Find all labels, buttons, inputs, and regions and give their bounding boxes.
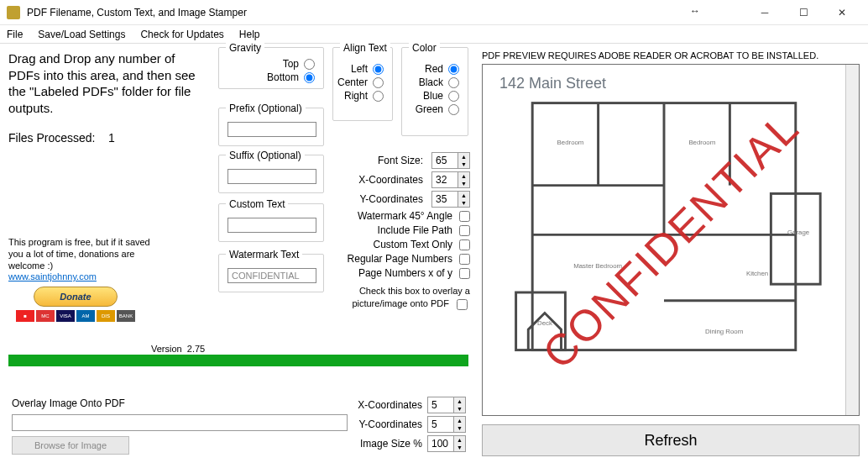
donate-block: Donate ■ MC VISA AM DIS BANK: [8, 287, 143, 322]
align-right[interactable]: Right: [342, 90, 384, 102]
menu-file[interactable]: File: [7, 29, 23, 40]
watermark-group: Watermark Text: [218, 254, 324, 292]
preview-note: PDF PREVIEW REQUIRES ADOBE READER OR ACR…: [482, 50, 860, 61]
align-left[interactable]: Left: [342, 63, 384, 75]
browse-image-button[interactable]: Browse for Image: [12, 436, 129, 455]
svg-text:Kitchen: Kitchen: [746, 270, 768, 277]
overlay-y-spin[interactable]: ▲▼: [427, 416, 466, 433]
app-icon: [7, 6, 20, 19]
menu-updates[interactable]: Check for Updates: [140, 29, 223, 40]
overlay-image-path[interactable]: [12, 414, 348, 431]
progress-bar: [8, 355, 468, 366]
color-group: Color Red Black Blue Green: [401, 47, 468, 136]
gravity-top[interactable]: Top: [227, 58, 315, 70]
menu-help[interactable]: Help: [239, 29, 260, 40]
version-label: Version 2.75: [151, 344, 205, 354]
align-center[interactable]: Center: [342, 76, 384, 88]
chk-angle[interactable]: [459, 211, 470, 222]
overlay-size-spin[interactable]: ▲▼: [427, 435, 466, 452]
suffix-group: Suffix (Optional): [218, 155, 324, 193]
suffix-input[interactable]: [227, 169, 316, 184]
x-coord-spin[interactable]: ▲▼: [431, 171, 470, 188]
chk-overlay-image[interactable]: [457, 299, 468, 310]
drop-message: Drag and Drop any number of PDFs into th…: [8, 50, 201, 116]
menu-saveload[interactable]: Save/Load Settings: [38, 29, 125, 40]
maximize-button[interactable]: ☐: [784, 0, 823, 25]
svg-text:Garage: Garage: [787, 229, 809, 236]
donation-link[interactable]: www.saintjohnny.com: [8, 271, 97, 281]
chk-xofy[interactable]: [459, 268, 470, 279]
chk-pages[interactable]: [459, 254, 470, 265]
gravity-bottom[interactable]: Bottom: [227, 71, 315, 83]
prefix-input[interactable]: [227, 122, 316, 137]
donate-button[interactable]: Donate: [34, 287, 118, 307]
window-title: PDF Filename, Custom Text, and Image Sta…: [27, 7, 745, 18]
minimize-button[interactable]: ─: [745, 0, 784, 25]
align-group: Align Text Left Center Right: [332, 47, 393, 121]
restore-window-icon[interactable]: ↔: [690, 5, 700, 17]
svg-text:Bedroom: Bedroom: [688, 139, 715, 146]
gravity-group: Gravity Top Bottom: [218, 47, 324, 89]
overlay-x-spin[interactable]: ▲▼: [427, 397, 466, 413]
prefix-group: Prefix (Optional): [218, 108, 324, 146]
preview-scrollbar[interactable]: [845, 65, 859, 415]
payment-cards: ■ MC VISA AM DIS BANK: [8, 310, 143, 322]
watermark-input[interactable]: [227, 268, 316, 283]
svg-text:Bedroom: Bedroom: [557, 139, 584, 146]
chk-custom[interactable]: [459, 239, 470, 250]
close-button[interactable]: ✕: [823, 0, 861, 25]
color-green[interactable]: Green: [410, 103, 459, 115]
color-red[interactable]: Red: [410, 63, 459, 75]
chk-path[interactable]: [459, 225, 470, 236]
custom-text-input[interactable]: [227, 218, 316, 233]
svg-text:Dining Room: Dining Room: [705, 328, 743, 335]
y-coord-spin[interactable]: ▲▼: [431, 191, 470, 208]
color-blue[interactable]: Blue: [410, 90, 459, 102]
font-size-spin[interactable]: ▲▼: [431, 152, 470, 169]
custom-text-group: Custom Text: [218, 203, 324, 242]
pdf-preview: 142 Main Street Bedroom Bedroom: [482, 64, 860, 416]
donation-blurb: This program is free, but if it saved yo…: [8, 237, 151, 283]
refresh-button[interactable]: Refresh: [482, 424, 860, 456]
color-black[interactable]: Black: [410, 76, 459, 88]
